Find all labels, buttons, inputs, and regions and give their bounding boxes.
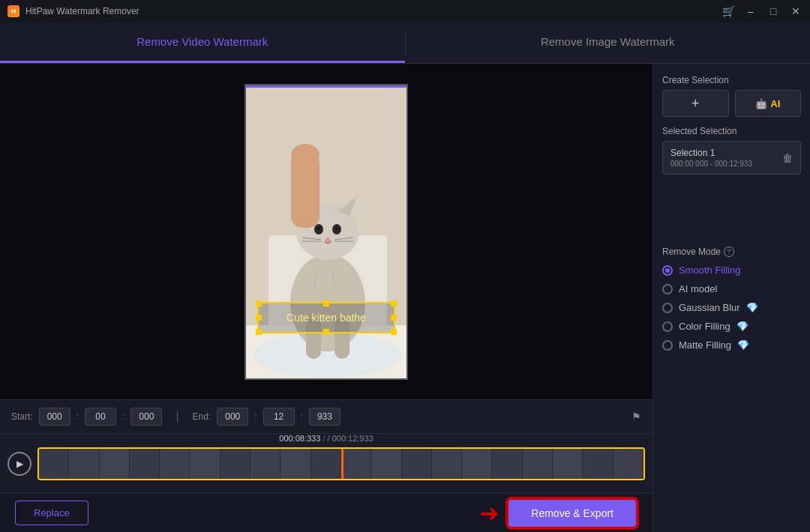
watermark-text: Cute kitten bathe: [286, 312, 366, 324]
film-frame-3: [100, 449, 130, 479]
close-button[interactable]: ✕: [789, 5, 802, 17]
current-time: 000:08:333: [279, 434, 320, 443]
video-content: [246, 85, 408, 380]
tab-image[interactable]: Remove Image Watermark: [406, 22, 811, 63]
end-minutes[interactable]: [263, 408, 295, 426]
replace-button[interactable]: Replace: [15, 501, 88, 525]
handle-left-middle[interactable]: [256, 315, 262, 321]
gaussian-label: Gaussian Blur: [679, 302, 740, 313]
handle-bottom-right[interactable]: [391, 329, 397, 335]
handle-right-middle[interactable]: [391, 315, 397, 321]
end-hours[interactable]: [217, 408, 248, 426]
mode-smooth[interactable]: Smooth Filling: [662, 265, 801, 276]
timeline-track: ▶: [8, 446, 645, 482]
film-frame-20: [614, 449, 644, 479]
film-frame-9: [280, 449, 310, 479]
end-label: End:: [193, 411, 212, 422]
store-icon[interactable]: 🛒: [722, 5, 735, 17]
remove-mode-label: Remove Mode ?: [662, 247, 801, 257]
radio-ai[interactable]: [662, 284, 673, 294]
film-frame-7: [220, 449, 250, 479]
create-selection-row: + 🤖 AI: [662, 90, 801, 117]
film-frame-19: [583, 449, 613, 479]
color-label: Color Filling: [679, 321, 730, 332]
start-hours[interactable]: [39, 408, 70, 426]
ai-label: AI: [770, 98, 780, 109]
minimize-button[interactable]: –: [744, 5, 758, 17]
total-time: / 000:12:933: [328, 434, 374, 443]
handle-top-middle[interactable]: [323, 300, 329, 306]
flag-icon[interactable]: ⚑: [632, 411, 641, 423]
mode-color[interactable]: Color Filling 💎: [662, 321, 801, 332]
arrow-icon: ➜: [479, 499, 500, 528]
end-ms[interactable]: [309, 408, 340, 426]
titlebar: H HitPaw Watermark Remover 🛒 – □ ✕: [0, 0, 810, 22]
start-minutes[interactable]: [85, 408, 116, 426]
time-display: 000:08:333 / / 000:12:933: [279, 434, 373, 443]
video-frame: Cute kitten bathe: [244, 84, 408, 380]
delete-selection-button[interactable]: 🗑: [782, 152, 793, 164]
film-frame-12: [371, 449, 401, 479]
titlebar-controls: 🛒 – □ ✕: [722, 5, 802, 17]
start-label: Start:: [11, 411, 33, 422]
restore-button[interactable]: □: [766, 5, 780, 17]
film-frame-16: [492, 449, 522, 479]
selected-selection-label: Selected Selection: [662, 126, 801, 136]
remove-mode-section: Remove Mode ? Smooth Filling AI model Ga…: [662, 247, 801, 358]
create-selection-label: Create Selection: [662, 75, 801, 85]
film-frame-10: [311, 449, 341, 479]
titlebar-left: H HitPaw Watermark Remover: [8, 5, 140, 17]
film-frame-2: [69, 449, 99, 479]
radio-gaussian[interactable]: [662, 303, 673, 313]
video-area: Cute kitten bathe Start: : : |: [0, 64, 652, 532]
right-panel: Create Selection + 🤖 AI Selected Selecti…: [652, 64, 810, 532]
film-frame-6: [190, 449, 220, 479]
time-separator: /: [322, 434, 325, 443]
ai-mode-label: AI model: [679, 283, 717, 294]
watermark-selection-box[interactable]: Cute kitten bathe: [257, 302, 395, 333]
start-seconds[interactable]: [130, 408, 162, 426]
selected-selection-section: Selected Selection Selection 1 000:00:00…: [662, 126, 801, 238]
selection-item-1[interactable]: Selection 1 000:00:000 - 000:12:933 🗑: [662, 141, 801, 175]
app-logo: H: [8, 5, 20, 17]
app-title: HitPaw Watermark Remover: [26, 6, 140, 16]
tab-video-label: Remove Video Watermark: [136, 35, 268, 48]
controls-bar: Start: : : | End: : : ⚑: [0, 399, 652, 433]
main-content: Cute kitten bathe Start: : : |: [0, 64, 810, 532]
tab-image-label: Remove Image Watermark: [541, 35, 675, 48]
selection-info: Selection 1 000:00:000 - 000:12:933: [670, 148, 752, 168]
mode-gaussian[interactable]: Gaussian Blur 💎: [662, 302, 801, 313]
radio-smooth[interactable]: [662, 265, 673, 276]
filmstrip[interactable]: [38, 447, 645, 480]
mode-ai[interactable]: AI model: [662, 283, 801, 294]
film-frame-11: [341, 449, 371, 479]
film-frame-8: [250, 449, 280, 479]
create-selection-section: Create Selection + 🤖 AI: [662, 75, 801, 117]
selection-time: 000:00:000 - 000:12:933: [670, 160, 752, 168]
add-selection-button[interactable]: +: [662, 90, 729, 117]
help-icon[interactable]: ?: [724, 247, 734, 257]
selection-name: Selection 1: [670, 148, 752, 158]
radio-color[interactable]: [662, 321, 673, 332]
handle-top-right[interactable]: [391, 300, 397, 306]
handle-bottom-middle[interactable]: [323, 329, 329, 335]
play-button[interactable]: ▶: [8, 452, 32, 476]
playhead[interactable]: [341, 447, 344, 480]
mode-matte[interactable]: Matte Filling 💎: [662, 339, 801, 351]
film-frame-17: [523, 449, 553, 479]
matte-label: Matte Filling: [679, 339, 731, 351]
svg-point-11: [335, 226, 338, 230]
radio-matte[interactable]: [662, 340, 673, 351]
ai-selection-button[interactable]: 🤖 AI: [735, 90, 802, 117]
film-frame-5: [160, 449, 190, 479]
svg-point-20: [291, 144, 320, 166]
ai-icon: 🤖: [755, 98, 767, 109]
handle-top-left[interactable]: [256, 300, 262, 306]
bottom-bar: Replace ➜ Remove & Export: [0, 493, 652, 532]
tabbar: Remove Video Watermark Remove Image Wate…: [0, 22, 810, 64]
tab-video[interactable]: Remove Video Watermark: [0, 22, 405, 63]
film-frame-4: [130, 449, 160, 479]
handle-bottom-left[interactable]: [256, 329, 262, 335]
export-button[interactable]: Remove & Export: [507, 498, 638, 528]
timeline-area: 000:08:333 / / 000:12:933 ▶: [0, 433, 652, 493]
